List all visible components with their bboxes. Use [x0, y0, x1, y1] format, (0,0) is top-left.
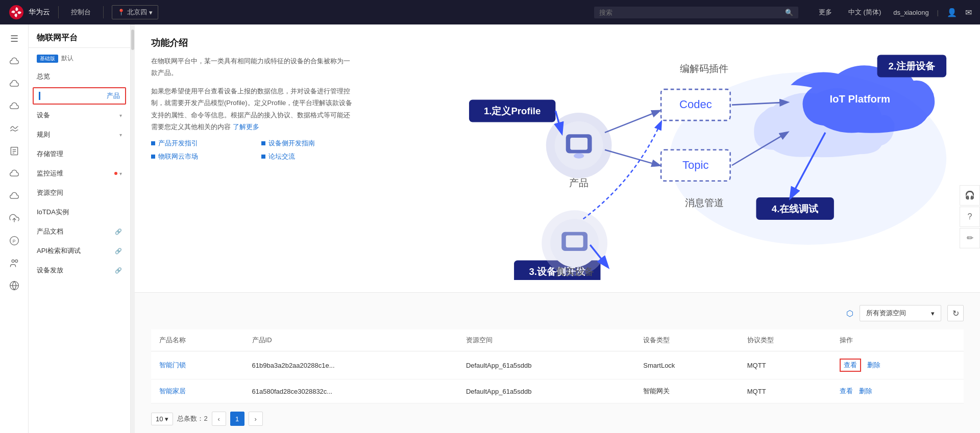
- nav-section: 基础版 默认 总览 产品 设备 ▾ 规则 ▾ 存储管理 监控运维: [29, 48, 130, 282]
- nav-badge: 基础版: [37, 55, 58, 63]
- main-layout: ☰ P: [0, 24, 980, 433]
- feature-link-4[interactable]: 论坛交流: [261, 152, 355, 161]
- sidebar-item-overview[interactable]: 总览: [29, 67, 130, 86]
- control-panel-link[interactable]: 控制台: [67, 8, 95, 17]
- sidebar-item-device-provision[interactable]: 设备发放 🔗: [29, 261, 130, 280]
- more-link[interactable]: 更多: [815, 8, 836, 17]
- search-input[interactable]: [599, 9, 781, 16]
- sidebar-item-product-docs[interactable]: 产品文档 🔗: [29, 222, 130, 241]
- sidebar-icon-wave[interactable]: [4, 118, 24, 139]
- svg-text:Topic: Topic: [682, 159, 708, 171]
- sidebar-item-monitor[interactable]: 监控运维 ▾: [29, 164, 130, 183]
- float-support-icon[interactable]: 🎧: [960, 185, 980, 206]
- scroll-thumb[interactable]: [131, 30, 134, 50]
- delete-button-2[interactable]: 删除: [859, 387, 872, 396]
- sidebar-icon-doc[interactable]: [4, 141, 24, 161]
- products-table: 产品名称 产品ID 资源空间 设备类型 协议类型 操作 智能门锁: [151, 329, 964, 403]
- prev-page-button[interactable]: ‹: [212, 412, 226, 426]
- cell-product-name-2: 智能家居: [151, 379, 244, 403]
- region-label: 北京四: [127, 8, 147, 17]
- svg-text:P: P: [12, 239, 15, 244]
- nav-divider3: |: [937, 9, 939, 16]
- table-body: 智能门锁 61b9ba3a2b2aa20288c1e... DefaultApp…: [151, 351, 964, 403]
- right-float-panel: 🎧 ? ✏: [960, 185, 980, 248]
- resource-space-selector[interactable]: 所有资源空间 ▾: [860, 305, 941, 321]
- svg-rect-36: [566, 235, 583, 247]
- sidebar-item-resource-space[interactable]: 资源空间: [29, 183, 130, 202]
- col-device-type: 设备类型: [635, 329, 739, 351]
- huawei-logo[interactable]: 华为云: [8, 4, 50, 20]
- nav-divider2: [103, 6, 104, 18]
- pagination: 10 ▾ 总条数：2 ‹ 1 ›: [151, 412, 964, 426]
- svg-text:2.注册设备: 2.注册设备: [889, 61, 936, 71]
- sidebar-icon-cloud2[interactable]: [4, 73, 24, 94]
- view-button-2[interactable]: 查看: [840, 387, 853, 396]
- sidebar-item-api[interactable]: API检索和调试 🔗: [29, 241, 130, 261]
- sidebar-item-product[interactable]: 产品: [33, 87, 126, 105]
- sidebar-icon-globe[interactable]: [4, 275, 24, 296]
- username-label[interactable]: ds_xiaolong: [893, 9, 928, 16]
- monitor-alert-badge: [114, 172, 117, 175]
- feature-link-2[interactable]: 设备侧开发指南: [261, 139, 355, 148]
- sidebar-icon-cloud1[interactable]: [4, 51, 24, 71]
- product-name-link-1[interactable]: 智能门锁: [159, 361, 186, 369]
- col-resource-space: 资源空间: [458, 329, 635, 351]
- product-name-link-2[interactable]: 智能家居: [159, 387, 186, 395]
- svg-point-7: [12, 260, 14, 262]
- learn-more-link[interactable]: 了解更多: [233, 123, 259, 131]
- main-content: 功能介绍 在物联网平台中，某一类具有相同能力或特征的设备的合集被称为一款产品。 …: [135, 24, 980, 433]
- sidebar-icon-cloud3[interactable]: [4, 96, 24, 116]
- table-row: 智能家居 61a580fad28ce3028832c... DefaultApp…: [151, 379, 964, 403]
- table-toolbar: ⬡ 所有资源空间 ▾ ↻: [151, 305, 964, 321]
- sidebar-item-storage[interactable]: 存储管理: [29, 144, 130, 164]
- page-1-button[interactable]: 1: [230, 412, 244, 426]
- notification-icon[interactable]: ✉: [965, 8, 972, 17]
- page-size-dropdown-icon: ▾: [165, 415, 168, 423]
- sidebar-item-rules[interactable]: 规则 ▾: [29, 125, 130, 144]
- svg-text:产品: 产品: [569, 177, 589, 188]
- sidebar-icon-cloud5[interactable]: [4, 186, 24, 206]
- api-link-icon: 🔗: [115, 248, 122, 254]
- cell-product-name-1: 智能门锁: [151, 351, 244, 379]
- left-nav-title: 物联网平台: [29, 24, 130, 48]
- page-size-selector[interactable]: 10 ▾: [151, 413, 173, 425]
- sidebar-icon-cloud4[interactable]: [4, 163, 24, 184]
- product-docs-link-icon: 🔗: [115, 228, 122, 235]
- resource-space-dropdown-icon: ▾: [931, 310, 935, 317]
- sidebar-icon-p[interactable]: P: [4, 231, 24, 251]
- svg-text:消息管道: 消息管道: [685, 197, 724, 208]
- cell-device-type-1: SmartLock: [635, 351, 739, 379]
- vertical-scrollbar[interactable]: [131, 24, 135, 433]
- delete-button-1[interactable]: 删除: [867, 361, 880, 370]
- view-button-1[interactable]: 查看: [840, 359, 861, 372]
- sidebar-icon-upload[interactable]: [4, 208, 24, 228]
- feature-desc2: 如果您希望使用平台查看设备上报的数据信息，并对设备进行管理控制，就需要开发产品模…: [151, 85, 355, 133]
- svg-text:IoT Platform: IoT Platform: [829, 93, 890, 105]
- svg-text:Codec: Codec: [679, 98, 712, 111]
- language-selector[interactable]: 中文 (简体): [844, 8, 885, 17]
- cell-action-2: 查看 删除: [831, 379, 964, 403]
- refresh-button[interactable]: ↻: [947, 305, 964, 321]
- feature-link-1[interactable]: 产品开发指引: [151, 139, 245, 148]
- search-icon[interactable]: 🔍: [785, 9, 793, 16]
- nav-badge-row: 基础版 默认: [29, 50, 130, 67]
- feature-link-3[interactable]: 物联网云市场: [151, 152, 245, 161]
- col-product-id: 产品ID: [244, 329, 458, 351]
- sidebar-item-iotda[interactable]: IoTDA实例: [29, 202, 130, 222]
- float-help-icon[interactable]: ?: [960, 207, 980, 227]
- cell-protocol-2: MQTT: [739, 379, 832, 403]
- page-size-value: 10: [156, 415, 163, 423]
- link-dot-1: [151, 141, 155, 145]
- sidebar-menu-icon[interactable]: ☰: [4, 29, 24, 49]
- float-edit-icon[interactable]: ✏: [960, 228, 980, 248]
- rules-dropdown-icon: ▾: [119, 132, 122, 138]
- content-inner: 功能介绍 在物联网平台中，某一类具有相同能力或特征的设备的合集被称为一款产品。 …: [135, 24, 980, 433]
- user-avatar-icon[interactable]: 👤: [947, 8, 957, 17]
- top-navigation: 华为云 控制台 📍 北京四 ▾ 🔍 更多 中文 (简体) ds_xiaolong…: [0, 0, 980, 24]
- next-page-button[interactable]: ›: [249, 412, 263, 426]
- region-selector[interactable]: 📍 北京四 ▾: [112, 5, 158, 19]
- svg-text:4.在线调试: 4.在线调试: [772, 203, 819, 214]
- sidebar-item-device[interactable]: 设备 ▾: [29, 106, 130, 125]
- sidebar-icon-group[interactable]: [4, 253, 24, 273]
- total-count: 总条数：2: [177, 414, 207, 423]
